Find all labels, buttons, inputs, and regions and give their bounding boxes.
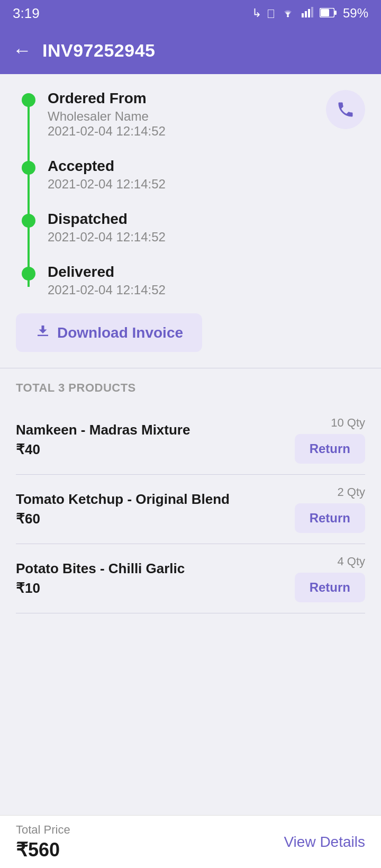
status-icons: ↳ ⎕ [252,6,368,21]
return-button-3[interactable]: Return [295,573,365,602]
view-details-button[interactable]: View Details [284,834,365,851]
product-price-2: ₹60 [16,511,295,527]
delivered-date: 2021-02-04 12:14:52 [48,283,323,297]
product-price-3: ₹10 [16,580,295,596]
battery-icon [320,6,337,21]
timeline-item-delivered: Delivered 2021-02-04 12:14:52 [48,264,323,297]
bluetooth-icon: ↳ [252,6,261,20]
timeline-dot-delivered [22,267,35,281]
product-right-2: 2 Qty Return [295,485,365,533]
download-invoice-button[interactable]: Download Invoice [16,313,202,352]
timeline-line [28,101,30,287]
ordered-title: Ordered From [48,90,323,107]
signal-icon [302,6,313,21]
timeline-item-accepted: Accepted 2021-02-04 12:14:52 [48,158,323,192]
page-title: INV97252945 [42,40,155,61]
product-item-2: Tomato Ketchup - Original Blend ₹60 2 Qt… [16,475,365,544]
product-info-3: Potato Bites - Chilli Garlic ₹10 [16,560,295,596]
timeline-dot-accepted [22,161,35,175]
main-content: Ordered From Wholesaler Name 2021-02-04 … [0,74,381,368]
product-info-2: Tomato Ketchup - Original Blend ₹60 [16,491,295,527]
svg-point-0 [287,15,289,17]
product-qty-3: 4 Qty [337,555,365,568]
order-timeline: Ordered From Wholesaler Name 2021-02-04 … [16,90,365,297]
timeline-item-ordered: Ordered From Wholesaler Name 2021-02-04 … [48,90,323,139]
product-price-1: ₹40 [16,441,295,458]
wifi-icon [280,6,295,21]
svg-rect-4 [311,7,313,17]
ordered-date: 2021-02-04 12:14:52 [48,124,323,139]
timeline-dot-dispatched [22,214,35,228]
accepted-date: 2021-02-04 12:14:52 [48,177,323,192]
product-name-2: Tomato Ketchup - Original Blend [16,491,295,508]
product-qty-2: 2 Qty [337,485,365,499]
accepted-title: Accepted [48,158,323,175]
phone-button[interactable] [326,90,365,129]
svg-rect-7 [321,9,329,16]
total-label: Total Price [16,823,70,837]
download-invoice-label: Download Invoice [57,324,183,341]
battery-percent: 59% [343,6,368,21]
status-time: 3:19 [13,5,40,22]
back-button[interactable]: ← [13,39,32,61]
delivered-title: Delivered [48,264,323,281]
total-price: ₹560 [16,839,70,861]
timeline-item-dispatched: Dispatched 2021-02-04 12:14:52 [48,211,323,245]
product-right-3: 4 Qty Return [295,555,365,602]
svg-rect-3 [308,9,310,17]
footer-total: Total Price ₹560 [16,823,70,861]
status-bar: 3:19 ↳ ⎕ [0,0,381,26]
page-header: ← INV97252945 [0,26,381,74]
return-button-1[interactable]: Return [295,434,365,464]
download-icon [35,323,51,342]
product-info-1: Namkeen - Madras Mixture ₹40 [16,422,295,458]
vibrate-icon: ⎕ [268,7,274,20]
svg-rect-2 [305,11,307,17]
svg-rect-1 [302,13,304,17]
timeline-dot-ordered [22,93,35,107]
footer-spacer [0,613,381,677]
ordered-subtitle: Wholesaler Name [48,109,323,124]
product-item-1: Namkeen - Madras Mixture ₹40 10 Qty Retu… [16,405,365,475]
product-right-1: 10 Qty Return [295,416,365,464]
products-section: TOTAL 3 PRODUCTS Namkeen - Madras Mixtur… [0,368,381,613]
dispatched-date: 2021-02-04 12:14:52 [48,230,323,245]
svg-rect-6 [334,11,337,15]
dispatched-title: Dispatched [48,211,323,228]
product-qty-1: 10 Qty [331,416,365,430]
footer: Total Price ₹560 View Details [0,815,381,868]
products-count: TOTAL 3 PRODUCTS [16,381,365,395]
return-button-2[interactable]: Return [295,503,365,533]
product-name-3: Potato Bites - Chilli Garlic [16,560,295,577]
product-name-1: Namkeen - Madras Mixture [16,422,295,438]
product-item-3: Potato Bites - Chilli Garlic ₹10 4 Qty R… [16,544,365,613]
